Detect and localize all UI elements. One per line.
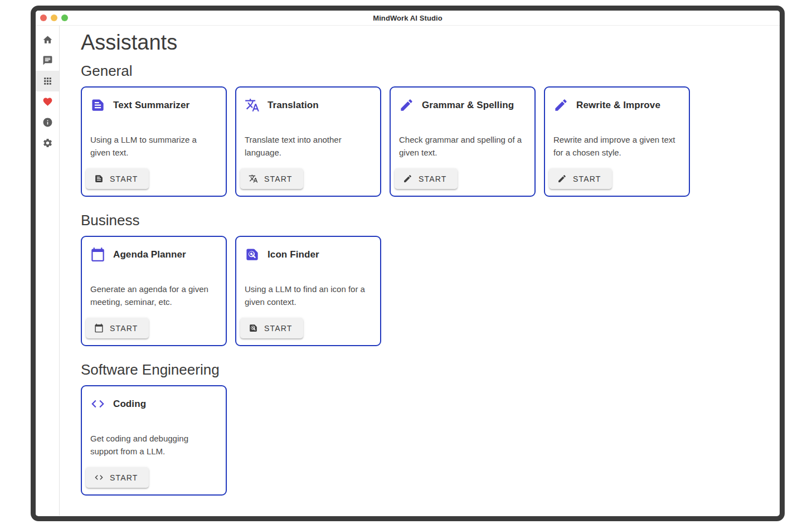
code-icon	[94, 473, 104, 482]
start-button[interactable]: START	[86, 467, 149, 488]
text-snippet-icon	[90, 98, 105, 113]
settings-icon	[42, 138, 53, 148]
card-description: Using a LLM to summarize a given text.	[90, 133, 217, 168]
traffic-lights	[36, 14, 68, 21]
minimize-button[interactable]	[51, 14, 57, 21]
main-content: Assistants General Text Summarizer Using…	[60, 26, 780, 516]
edit-icon	[553, 98, 568, 113]
start-button[interactable]: START	[549, 168, 612, 189]
card-description: Translate text into another language.	[245, 133, 372, 168]
text-snippet-icon	[94, 174, 104, 183]
assistant-card: Coding Get coding and debugging support …	[81, 385, 227, 496]
start-button-label: START	[264, 324, 293, 333]
info-icon	[42, 117, 53, 128]
icon-search-icon	[249, 323, 258, 333]
start-button-label: START	[419, 174, 447, 183]
titlebar: MindWork AI Studio	[36, 11, 780, 26]
start-button-label: START	[110, 473, 138, 482]
start-button[interactable]: START	[240, 168, 303, 189]
start-button[interactable]: START	[240, 318, 303, 338]
window-title: MindWork AI Studio	[36, 14, 780, 22]
start-button-label: START	[110, 324, 138, 333]
app-window: MindWork AI Studio Assistants General Te…	[31, 6, 785, 521]
edit-icon	[399, 98, 414, 113]
assistant-card: Text Summarizer Using a LLM to summarize…	[81, 86, 227, 197]
assistant-card: Rewrite & Improve Rewrite and improve a …	[544, 86, 690, 197]
card-title: Icon Finder	[268, 249, 319, 260]
card-title: Translation	[268, 100, 319, 111]
start-button[interactable]: START	[395, 168, 458, 189]
icon-search-icon	[245, 247, 260, 262]
start-button-label: START	[573, 174, 601, 183]
text-snippet-icon	[94, 174, 104, 183]
icon-search-icon	[249, 323, 258, 333]
sidebar	[36, 26, 60, 516]
card-description: Get coding and debugging support from a …	[90, 432, 217, 467]
card-header: Agenda Planner	[90, 247, 217, 262]
apps-icon	[42, 76, 53, 86]
section-heading: General	[81, 62, 769, 80]
card-title: Rewrite & Improve	[576, 100, 660, 111]
assistant-card: Translation Translate text into another …	[235, 86, 381, 197]
sidebar-item-favorite[interactable]	[36, 91, 59, 112]
assistant-card: Grammar & Spelling Check grammar and spe…	[390, 86, 536, 197]
close-button[interactable]	[40, 14, 47, 21]
assistant-section: Software Engineering Coding Get coding a…	[81, 361, 769, 496]
code-icon	[94, 473, 104, 482]
start-button[interactable]: START	[86, 168, 149, 189]
edit-icon	[557, 174, 567, 183]
assistant-section: Business Agenda Planner Generate an agen…	[81, 212, 769, 346]
text-snippet-icon	[90, 98, 105, 113]
translate-icon	[249, 174, 258, 183]
card-description: Check grammar and spelling of a given te…	[399, 133, 526, 168]
section-heading: Business	[81, 212, 769, 229]
assistant-card: Agenda Planner Generate an agenda for a …	[81, 236, 227, 346]
card-header: Grammar & Spelling	[399, 98, 526, 113]
home-icon	[42, 35, 53, 45]
card-description: Generate an agenda for a given meeting, …	[90, 283, 217, 318]
edit-icon	[553, 98, 568, 113]
card-header: Rewrite & Improve	[553, 98, 680, 113]
card-header: Translation	[245, 98, 372, 113]
start-button[interactable]: START	[86, 318, 149, 338]
card-header: Coding	[90, 396, 217, 411]
icon-search-icon	[245, 247, 260, 262]
sidebar-item-chat[interactable]	[36, 50, 59, 71]
section-heading: Software Engineering	[81, 361, 769, 378]
edit-icon	[403, 174, 412, 183]
card-title: Text Summarizer	[113, 100, 189, 111]
translate-icon	[245, 98, 260, 113]
card-description: Rewrite and improve a given text for a c…	[553, 133, 680, 168]
sidebar-item-apps[interactable]	[36, 71, 59, 91]
card-title: Agenda Planner	[113, 249, 186, 260]
code-icon	[90, 396, 105, 411]
calendar-icon	[90, 247, 105, 262]
page-title: Assistants	[81, 30, 769, 55]
card-header: Icon Finder	[245, 247, 372, 262]
chat-icon	[42, 55, 53, 66]
code-icon	[90, 396, 105, 411]
edit-icon	[403, 174, 412, 183]
start-button-label: START	[264, 174, 293, 183]
card-title: Coding	[113, 399, 146, 410]
calendar-icon	[94, 323, 104, 333]
card-header: Text Summarizer	[90, 98, 217, 113]
translate-icon	[249, 174, 258, 183]
card-description: Using a LLM to find an icon for a given …	[245, 283, 372, 318]
sidebar-item-info[interactable]	[36, 112, 59, 133]
translate-icon	[245, 98, 260, 113]
favorite-icon	[42, 96, 53, 107]
edit-icon	[399, 98, 414, 113]
zoom-button[interactable]	[61, 14, 68, 21]
card-title: Grammar & Spelling	[422, 100, 514, 111]
sidebar-item-home[interactable]	[36, 30, 59, 50]
assistant-section: General Text Summarizer Using a LLM to s…	[81, 62, 769, 197]
assistant-card: Icon Finder Using a LLM to find an icon …	[235, 236, 381, 346]
sidebar-item-settings[interactable]	[36, 133, 59, 153]
calendar-icon	[90, 247, 105, 262]
edit-icon	[557, 174, 567, 183]
calendar-icon	[94, 323, 104, 333]
start-button-label: START	[110, 174, 138, 183]
